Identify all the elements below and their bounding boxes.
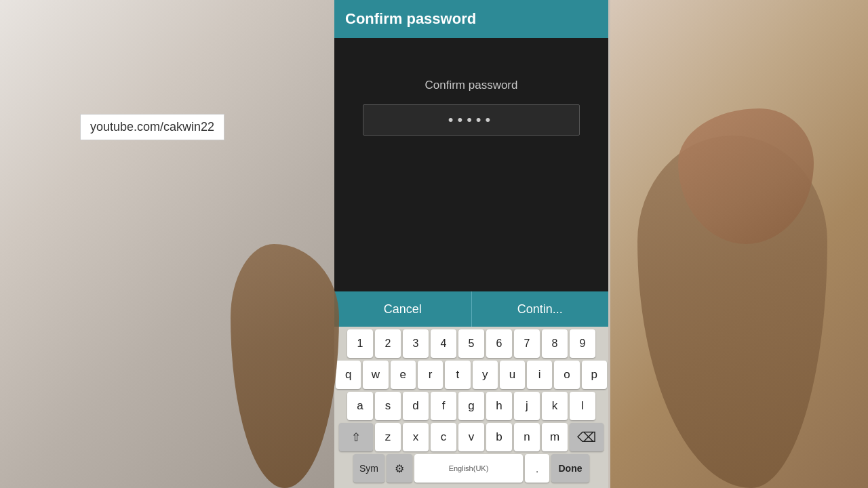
key-v[interactable]: v <box>458 423 484 451</box>
phone-screen: Confirm password Confirm password ••••• … <box>334 0 608 488</box>
key-1[interactable]: 1 <box>347 329 373 358</box>
delete-key[interactable]: ⌫ <box>570 423 604 451</box>
key-p[interactable]: p <box>582 361 607 389</box>
confirm-password-label: Confirm password <box>425 79 518 92</box>
cancel-button[interactable]: Cancel <box>334 291 472 327</box>
keyboard-row-numbers: 1 2 3 4 5 6 7 8 9 <box>336 329 607 358</box>
key-f[interactable]: f <box>431 392 456 420</box>
key-4[interactable]: 4 <box>431 329 456 358</box>
key-8[interactable]: 8 <box>542 329 568 358</box>
period-key[interactable]: . <box>525 454 549 483</box>
sym-key[interactable]: Sym <box>353 454 384 483</box>
content-area: Confirm password ••••• <box>334 38 608 291</box>
key-h[interactable]: h <box>486 392 512 420</box>
settings-key[interactable]: ⚙ <box>387 454 412 483</box>
continue-button[interactable]: Contin... <box>472 291 609 327</box>
space-key[interactable]: English(UK) <box>414 454 523 483</box>
key-d[interactable]: d <box>403 392 429 420</box>
keyboard-row-bottom: Sym ⚙ English(UK) . Done <box>336 454 607 483</box>
key-u[interactable]: u <box>500 361 525 389</box>
key-i[interactable]: i <box>527 361 552 389</box>
keyboard-row-asdf: a s d f g h j k l <box>336 392 607 420</box>
action-bar: Cancel Contin... <box>334 291 608 327</box>
key-z[interactable]: z <box>375 423 401 451</box>
key-5[interactable]: 5 <box>458 329 484 358</box>
done-key[interactable]: Done <box>551 454 589 483</box>
key-j[interactable]: j <box>514 392 540 420</box>
key-a[interactable]: a <box>347 392 373 420</box>
key-3[interactable]: 3 <box>403 329 429 358</box>
password-input[interactable]: ••••• <box>363 104 580 136</box>
key-c[interactable]: c <box>431 423 456 451</box>
shift-key[interactable]: ⇧ <box>339 423 373 451</box>
key-y[interactable]: y <box>473 361 498 389</box>
key-l[interactable]: l <box>570 392 595 420</box>
title-bar-text: Confirm password <box>345 10 476 28</box>
youtube-label: youtube.com/cakwin22 <box>80 114 224 140</box>
key-r[interactable]: r <box>418 361 443 389</box>
title-bar: Confirm password <box>334 0 608 38</box>
key-t[interactable]: t <box>445 361 470 389</box>
key-q[interactable]: q <box>336 361 361 389</box>
key-2[interactable]: 2 <box>375 329 401 358</box>
key-6[interactable]: 6 <box>486 329 512 358</box>
key-x[interactable]: x <box>403 423 429 451</box>
keyboard-row-qwerty: q w e r t y u i o p <box>336 361 607 389</box>
password-dots: ••••• <box>448 111 495 129</box>
key-w[interactable]: w <box>363 361 388 389</box>
key-m[interactable]: m <box>542 423 568 451</box>
key-o[interactable]: o <box>554 361 579 389</box>
key-k[interactable]: k <box>542 392 568 420</box>
keyboard: 1 2 3 4 5 6 7 8 9 q w e r t y u i o p a … <box>334 327 608 488</box>
key-g[interactable]: g <box>458 392 484 420</box>
key-b[interactable]: b <box>486 423 512 451</box>
keyboard-row-zxcv: ⇧ z x c v b n m ⌫ <box>336 423 607 451</box>
key-9[interactable]: 9 <box>570 329 595 358</box>
key-s[interactable]: s <box>375 392 401 420</box>
key-7[interactable]: 7 <box>514 329 540 358</box>
key-n[interactable]: n <box>514 423 540 451</box>
key-e[interactable]: e <box>391 361 416 389</box>
